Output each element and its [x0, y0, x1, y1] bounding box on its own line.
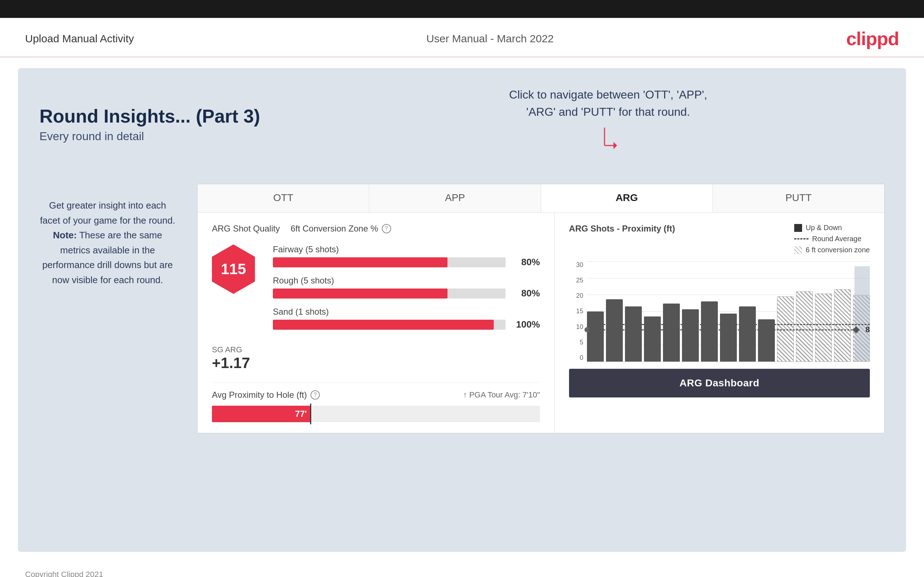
fairway-bar-row: 80%	[273, 256, 540, 268]
tabs-container: OTT APP ARG PUTT	[197, 184, 884, 213]
sg-label: SG ARG	[212, 345, 540, 355]
panel-header: ARG Shot Quality 6ft Conversion Zone % ?	[212, 224, 540, 234]
chart-legend: Up & Down Round Average 6 ft conversion …	[794, 224, 870, 254]
shot-bars: Fairway (5 shots) 80% Rou	[273, 244, 540, 338]
logo: clippd	[846, 28, 899, 50]
tab-ott[interactable]: OTT	[197, 184, 369, 213]
svg-marker-2	[614, 142, 617, 149]
dashed-avg-line: 8	[587, 324, 870, 334]
bar-14	[834, 261, 851, 362]
fairway-value: 80%	[511, 256, 540, 268]
main-content: Round Insights... (Part 3) Every round i…	[18, 68, 906, 552]
rough-track	[273, 288, 506, 298]
nav-arrow	[590, 124, 626, 160]
y-20: 20	[569, 292, 583, 300]
bar-4	[644, 261, 661, 362]
dashed-diamond	[853, 326, 860, 333]
legend-avg: Round Average	[794, 235, 870, 243]
proximity-avg: ↑ PGA Tour Avg: 7'10"	[463, 390, 540, 400]
hexagon-container: 115 Fairway (5 shots)	[212, 244, 540, 338]
arg-dashboard-button[interactable]: ARG Dashboard	[569, 369, 870, 397]
card-body: ARG Shot Quality 6ft Conversion Zone % ?…	[197, 213, 884, 433]
header-top-row: Round Insights... (Part 3) Every round i…	[39, 86, 885, 162]
nav-hint: Click to navigate between 'OTT', 'APP','…	[332, 86, 885, 121]
doc-title: User Manual - March 2022	[426, 32, 554, 45]
grid-6	[587, 362, 870, 362]
tab-putt[interactable]: PUTT	[713, 184, 884, 213]
proximity-header: Avg Proximity to Hole (ft) ? ↑ PGA Tour …	[212, 390, 540, 400]
chart-header: ARG Shots - Proximity (ft) Up & Down Rou…	[569, 224, 870, 254]
bar-7	[701, 261, 718, 362]
left-panel: ARG Shot Quality 6ft Conversion Zone % ?…	[197, 213, 555, 433]
section-subtitle: Every round in detail	[39, 130, 260, 143]
dashboard-card: OTT APP ARG PUTT	[197, 184, 885, 433]
bar-5	[663, 261, 680, 362]
bar-1	[587, 261, 604, 362]
tall-bar-overlay	[855, 266, 870, 362]
bar-9	[739, 261, 756, 362]
y-axis: 30 25 20 15 10 5 0	[569, 261, 583, 362]
top-bar	[0, 0, 924, 18]
rough-value: 80%	[511, 288, 540, 299]
right-col: OTT APP ARG PUTT	[197, 184, 885, 433]
bars-container	[587, 261, 870, 362]
help-icon[interactable]: ?	[382, 224, 391, 233]
legend-updown-label: Up & Down	[806, 224, 842, 232]
bar-11	[777, 261, 794, 362]
dashed-value: 8	[866, 325, 870, 334]
sand-track	[273, 320, 506, 330]
note-bold: Note:	[53, 230, 77, 240]
sand-fill	[273, 320, 494, 330]
hexagon-wrapper: 115	[212, 244, 255, 294]
tab-arg[interactable]: ARG	[541, 184, 713, 213]
bar-6	[682, 261, 699, 362]
upload-label: Upload Manual Activity	[25, 32, 134, 45]
y-30: 30	[569, 261, 583, 269]
fairway-label: Fairway (5 shots)	[273, 244, 540, 255]
proximity-cursor	[310, 403, 311, 424]
fairway-fill	[273, 257, 447, 268]
left-description: Get greater insight into each facet of y…	[39, 198, 176, 288]
legend-square-icon	[794, 224, 802, 232]
y-0: 0	[569, 354, 583, 362]
bar-10	[758, 261, 775, 362]
bar-2	[606, 261, 623, 362]
shot-bar-fairway: Fairway (5 shots) 80%	[273, 244, 540, 268]
sand-value: 100%	[511, 319, 540, 330]
bar-chart-inner: 30 25 20 15 10 5 0	[569, 261, 870, 362]
proximity-title: Avg Proximity to Hole (ft) ?	[212, 390, 320, 400]
legend-updown: Up & Down	[794, 224, 870, 232]
fairway-track	[273, 257, 506, 268]
title-section: Round Insights... (Part 3) Every round i…	[39, 105, 260, 143]
left-description-col: Get greater insight into each facet of y…	[39, 184, 176, 288]
chart-area: 8	[587, 261, 870, 362]
proximity-bar-container: 77'	[212, 406, 540, 422]
quality-title: ARG Shot Quality	[212, 224, 279, 234]
y-10: 10	[569, 323, 583, 331]
footer: Copyright Clippd 2021	[0, 562, 924, 577]
bar-chart: 30 25 20 15 10 5 0	[569, 261, 870, 362]
rough-label: Rough (5 shots)	[273, 276, 540, 285]
proximity-fill: 77'	[212, 406, 310, 422]
legend-avg-label: Round Average	[812, 235, 862, 243]
legend-zone-label: 6 ft conversion zone	[806, 246, 870, 254]
sg-section: SG ARG +1.17	[212, 345, 540, 372]
copyright: Copyright Clippd 2021	[25, 570, 103, 577]
y-15: 15	[569, 308, 583, 315]
hexagon-badge: 115	[212, 244, 255, 294]
rough-fill	[273, 288, 447, 298]
section-title: Round Insights... (Part 3)	[39, 105, 260, 127]
y-5: 5	[569, 338, 583, 346]
proximity-section: Avg Proximity to Hole (ft) ? ↑ PGA Tour …	[212, 382, 540, 422]
content-row: Get greater insight into each facet of y…	[39, 184, 885, 433]
chart-title: ARG Shots - Proximity (ft)	[569, 224, 675, 234]
bar-13	[815, 261, 832, 362]
proximity-help-icon[interactable]: ?	[310, 390, 320, 400]
legend-zone: 6 ft conversion zone	[794, 246, 870, 254]
shot-bar-sand: Sand (1 shots) 100%	[273, 307, 540, 330]
y-25: 25	[569, 277, 583, 284]
legend-hatched-icon	[794, 246, 802, 254]
tab-app[interactable]: APP	[369, 184, 541, 213]
sg-value: +1.17	[212, 355, 540, 372]
rough-bar-row: 80%	[273, 288, 540, 299]
